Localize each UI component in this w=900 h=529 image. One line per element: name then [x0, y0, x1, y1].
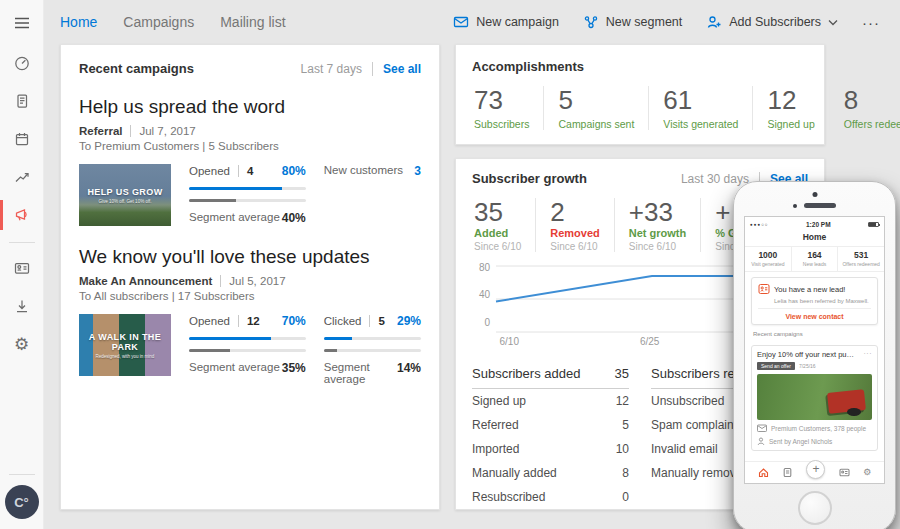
calendar-icon — [13, 130, 31, 148]
sidebar-divider — [9, 242, 35, 243]
campaign-title[interactable]: We know you'll love these updates — [79, 246, 421, 268]
stat-net-growth: +33 Net growth Since 6/10 — [614, 198, 700, 252]
sidebar-item-dashboard[interactable] — [0, 48, 44, 78]
divider — [220, 275, 221, 287]
chevron-down-icon — [828, 15, 838, 29]
phone-tab-bar: + ⚙ — [745, 461, 884, 483]
y-tick: 40 — [472, 289, 490, 300]
campaign-badge: Send an offer — [757, 362, 795, 370]
add-subscribers-button[interactable]: Add Subscribers — [706, 14, 838, 30]
segment-icon — [583, 14, 599, 30]
new-campaign-button[interactable]: New campaign — [453, 14, 559, 30]
average-bar — [189, 349, 306, 352]
metric-clicked: Clicked 5 29% Segment average 14% — [324, 314, 421, 385]
campaign-thumbnail[interactable]: HELP US GROW Give 10% off. Get 10% off. — [79, 164, 171, 226]
campaign-thumbnail[interactable]: A WALK IN THE PARK Redesigned, with you … — [79, 314, 171, 376]
average-percent: 35% — [282, 361, 306, 375]
campaign-date: Jul 7, 2017 — [139, 125, 195, 137]
campaign-audience: To All subscribers | 17 Subscribers — [79, 290, 421, 302]
list-title: Subscribers added — [472, 366, 580, 381]
subscriber-growth-title: Subscriber growth — [472, 171, 587, 186]
list-item: Signed up12 — [472, 389, 629, 413]
stat-signed-up: 12 Signed up — [752, 86, 828, 130]
metric-label: Opened — [189, 165, 230, 177]
gauge-icon — [13, 54, 31, 72]
campaign-audience: Premium Customers, 378 people — [771, 425, 866, 432]
stat-value: +33 — [629, 198, 686, 227]
sidebar-item-settings[interactable]: ⚙ — [0, 329, 44, 359]
sidebar-item-campaigns[interactable] — [0, 200, 44, 230]
average-label: Segment average — [324, 361, 397, 385]
more-options-icon: ··· — [864, 350, 873, 359]
tab-campaigns[interactable]: Campaigns — [123, 14, 194, 30]
phone-speaker — [804, 203, 836, 208]
average-percent: 40% — [282, 211, 306, 225]
campaign-image-lawnmower — [757, 374, 872, 420]
settings-tab-icon: ⚙ — [863, 468, 871, 477]
accomplishments-card: Accomplishments 73 Subscribers 5 Campaig… — [455, 44, 825, 145]
stat-sub: Since 6/10 — [629, 241, 686, 252]
sidebar-item-calendar[interactable] — [0, 124, 44, 154]
new-segment-label: New segment — [606, 15, 682, 29]
download-icon — [13, 297, 31, 315]
average-percent: 14% — [397, 361, 421, 385]
sidebar-item-forms[interactable] — [0, 86, 44, 116]
campaign-date: 7/25/16 — [799, 363, 816, 369]
x-tick: 6/10 — [500, 336, 519, 347]
phone-time: 1:20 PM — [769, 221, 868, 228]
sidebar-bottom: C° — [5, 470, 39, 529]
new-customers-label: New customers — [324, 164, 403, 226]
phone-stats-row: 1000Visit generated 164New leads 531Offe… — [745, 247, 884, 272]
lead-body: Lelia has been referred by Maxwell. — [774, 298, 871, 304]
tab-home[interactable]: Home — [60, 14, 97, 30]
phone-sensor-dot — [793, 204, 797, 208]
hamburger-icon — [13, 14, 31, 32]
lawnmower-wheel — [847, 408, 861, 416]
phone-page-title: Home — [745, 229, 884, 247]
metric-count: 4 — [238, 165, 253, 177]
trend-chart-icon — [13, 168, 31, 186]
sidebar-item-analytics[interactable] — [0, 162, 44, 192]
list-total: 35 — [615, 366, 629, 381]
user-avatar[interactable]: C° — [5, 485, 39, 519]
add-person-icon — [706, 14, 722, 30]
form-icon — [13, 92, 31, 110]
sidebar-item-import[interactable] — [0, 291, 44, 321]
stat-subscribers: 73 Subscribers — [472, 86, 543, 130]
metric-opened: Opened 12 70% Segment average 35% — [189, 314, 306, 385]
see-all-link[interactable]: See all — [373, 62, 421, 76]
metric-opened: Opened 4 80% Segment average 40% — [189, 164, 306, 226]
campaign-audience: To Premium Customers | 5 Subscribers — [79, 140, 421, 152]
phone-stat: 531Offers redeemed — [837, 247, 884, 271]
hamburger-menu-icon[interactable] — [0, 8, 44, 38]
new-customers-value[interactable]: 3 — [414, 164, 421, 226]
campaigns-tab-icon — [782, 467, 793, 478]
stat-value: 35 — [474, 198, 521, 227]
average-label: Segment average — [189, 361, 280, 375]
phone-lead-card: You have a new lead! Lelia has been refe… — [751, 277, 878, 325]
phone-stat: 164New leads — [791, 247, 838, 271]
divider — [130, 125, 131, 137]
range-selector[interactable]: Last 7 days — [301, 62, 373, 76]
phone-screen: ●●●○○ 1:20 PM Home 1000Visit generated 1… — [744, 216, 885, 484]
accomplishment-stats: 73 Subscribers 5 Campaigns sent 61 Visit… — [472, 86, 808, 130]
lead-icon — [758, 283, 770, 295]
stat-label: Net growth — [629, 227, 686, 239]
new-segment-button[interactable]: New segment — [583, 14, 682, 30]
campaign-title[interactable]: Help us spread the word — [79, 96, 421, 118]
accomplishments-title: Accomplishments — [472, 59, 584, 74]
list-item: Referred5 — [472, 413, 629, 437]
add-subscribers-label: Add Subscribers — [729, 15, 821, 29]
list-item: Imported10 — [472, 437, 629, 461]
phone-speaker-row — [734, 203, 895, 208]
phone-campaign-title: Enjoy 10% off your next pu… — [757, 350, 854, 359]
list-item: Manually added8 — [472, 461, 629, 485]
sidebar-item-contacts[interactable] — [0, 253, 44, 283]
stat-value: 2 — [550, 198, 600, 227]
sidebar-divider — [9, 474, 35, 475]
tab-mailing-list[interactable]: Mailing list — [220, 14, 285, 30]
stat-sub: Since 6/10 — [550, 241, 600, 252]
more-options-button[interactable]: ··· — [862, 14, 880, 31]
stat-label: Added — [474, 227, 521, 239]
campaign-date: Jul 5, 2017 — [229, 275, 285, 287]
